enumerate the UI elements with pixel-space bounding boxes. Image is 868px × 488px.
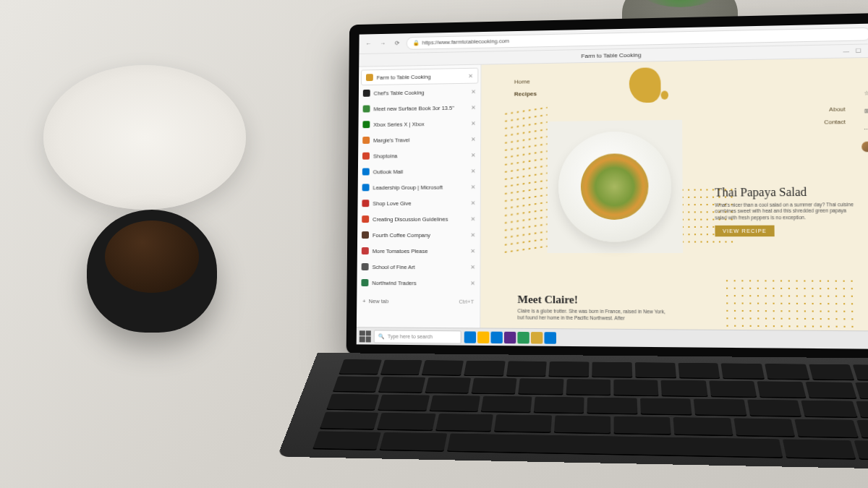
nav-about[interactable]: About [824,106,846,113]
browser-side-panel: ☆ ⊞ ⋯ [861,87,868,152]
vertical-tab[interactable]: School of Fine Art✕ [357,259,480,275]
favicon [362,121,370,128]
close-tab-icon[interactable]: ✕ [471,120,476,127]
new-tab-button[interactable]: + New tabCtrl+T [357,294,480,309]
vertical-tab[interactable]: Leadership Group | Microsoft✕ [358,179,480,195]
desk-coffee-cup [87,210,217,333]
recipe-title: Thai Papaya Salad [715,185,854,200]
desk-plate [43,65,246,210]
vertical-tab[interactable]: Shoptoina✕ [358,147,480,163]
favicon [362,263,369,270]
start-button[interactable] [359,330,371,342]
page-viewport[interactable]: Home Recipes About Contact [480,58,868,331]
view-recipe-button[interactable]: VIEW RECIPE [715,226,774,237]
refresh-button[interactable]: ⟳ [392,38,402,48]
close-tab-icon[interactable]: ✕ [471,168,476,174]
vertical-tab[interactable]: Fourth Coffee Company✕ [357,227,480,243]
tab-label: Fourth Coffee Company [373,231,467,238]
tab-label: School of Fine Art [373,264,467,270]
tab-label: Creating Discussion Guidelines [373,215,467,222]
tab-label: Outlook Mail [373,168,467,175]
close-tab-icon[interactable]: ✕ [471,184,476,190]
favicon [362,215,369,223]
favicon [362,184,370,191]
close-tab-icon[interactable]: ✕ [470,247,475,254]
vertical-tab[interactable]: Creating Discussion Guidelines✕ [357,211,480,228]
laptop-bezel: ← → ⟳ 🔒 https://www.farmtotablecooking.c… [346,13,868,360]
close-tab-icon[interactable]: ✕ [471,152,476,158]
site-nav-left: Home Recipes [514,78,537,103]
favicon [362,153,370,160]
close-tab-icon[interactable]: ✕ [470,264,475,270]
meet-body: Claire is a globe trotter. She was born … [517,308,668,322]
favicon [366,74,373,81]
settings-icon[interactable]: ⋯ [861,124,868,134]
site-logo[interactable] [629,67,675,109]
close-tab-icon[interactable]: ✕ [470,280,475,286]
favicon [361,279,368,286]
tab-label: Leadership Group | Microsoft [373,184,467,191]
search-placeholder: Type here to search [388,334,433,340]
recipe-description: What's nicer than a cool salad on a summ… [715,202,855,221]
search-icon: 🔍 [378,333,385,339]
vertical-tabs-panel: Farm to Table Cooking✕Chef's Table Cooki… [357,65,482,328]
forward-button[interactable]: → [378,38,388,48]
taskbar-app-icon[interactable] [531,332,543,344]
vertical-tab[interactable]: Outlook Mail✕ [358,163,480,179]
vertical-tab[interactable]: Xbox Series X | Xbox✕ [358,115,480,132]
vertical-tab[interactable]: Chef's Table Cooking✕ [359,83,481,100]
favicon [362,168,370,176]
tab-label: Margie's Travel [373,136,467,143]
taskbar: 🔍 Type here to search [357,327,868,349]
taskbar-app-icon[interactable] [477,331,489,343]
taskbar-search[interactable]: 🔍 Type here to search [374,330,461,343]
tab-label: Shop Love Give [373,200,467,207]
close-tab-icon[interactable]: ✕ [470,231,475,238]
meet-heading: Meet Claire! [517,294,668,307]
nav-home[interactable]: Home [514,78,537,85]
favorites-icon[interactable]: ☆ [861,87,868,98]
tab-label: Chef's Table Cooking [374,88,468,96]
taskbar-app-icon[interactable] [504,331,516,343]
vertical-tab[interactable]: Farm to Table Cooking✕ [361,68,478,85]
close-tab-icon[interactable]: ✕ [471,200,476,206]
decoration-dots-left [503,104,548,256]
recipe-card: Thai Papaya Salad What's nicer than a co… [715,185,855,237]
site-nav-right: About Contact [824,106,846,131]
maximize-button[interactable]: ☐ [856,48,861,54]
recipe-image [548,120,684,253]
close-tab-icon[interactable]: ✕ [471,104,476,111]
favicon [363,106,370,113]
vertical-tab[interactable]: Meet new Surface Book 3or 13.5"✕ [359,99,481,116]
laptop: ← → ⟳ 🔒 https://www.farmtotablecooking.c… [345,12,868,488]
back-button[interactable]: ← [363,39,373,49]
page-title: Farm to Table Cooking [582,52,642,60]
favicon [362,247,369,254]
close-tab-icon[interactable]: ✕ [468,72,473,79]
minimize-button[interactable]: — [843,48,849,54]
taskbar-app-icon[interactable] [517,331,529,343]
meet-section: Meet Claire! Claire is a globe trotter. … [517,294,668,322]
taskbar-app-icon[interactable] [464,331,476,343]
close-tab-icon[interactable]: ✕ [471,88,476,95]
vertical-tab[interactable]: More Tomatoes Please✕ [357,243,480,259]
vertical-tab[interactable]: Margie's Travel✕ [358,131,480,148]
taskbar-app-icon[interactable] [544,332,556,344]
tab-label: Shoptoina [373,152,467,159]
nav-contact[interactable]: Contact [824,119,846,126]
vertical-tab[interactable]: Shop Love Give✕ [357,194,480,211]
close-tab-icon[interactable]: ✕ [471,136,476,142]
close-tab-icon[interactable]: ✕ [471,215,476,222]
lock-icon: 🔒 [413,40,420,46]
address-text: https://www.farmtotablecooking.com [422,38,509,46]
author-photo [723,277,856,330]
nav-recipes[interactable]: Recipes [514,90,537,97]
collections-icon[interactable]: ⊞ [861,106,868,116]
favicon [362,200,369,207]
favicon [363,90,370,97]
taskbar-app-icon[interactable] [490,331,502,343]
tab-label: Northwind Traders [372,280,467,286]
tab-label: Meet new Surface Book 3or 13.5" [373,104,467,112]
profile-avatar[interactable] [861,142,868,153]
vertical-tab[interactable]: Northwind Traders✕ [357,275,480,291]
